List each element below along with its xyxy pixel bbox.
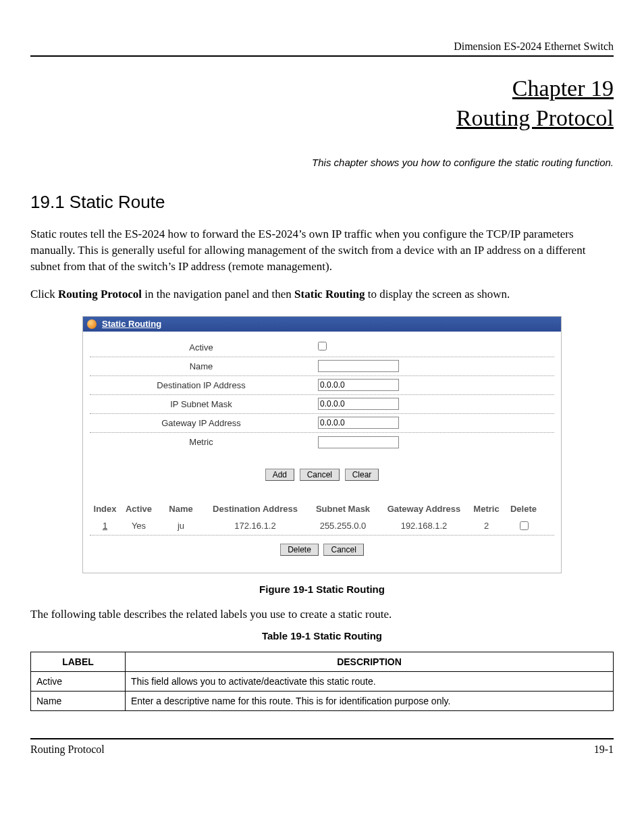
label-gateway-ip: Gateway IP Address <box>90 418 313 428</box>
label-subnet-mask: IP Subnet Mask <box>90 399 313 409</box>
footer-left: Routing Protocol <box>30 744 105 756</box>
static-routing-panel: Static Routing Active Name Destination I… <box>82 316 562 573</box>
panel-header: Static Routing <box>83 317 561 332</box>
table-intro: The following table describes the relate… <box>30 606 614 623</box>
table-caption: Table 19-1 Static Routing <box>30 630 614 642</box>
chapter-subtitle: This chapter shows you how to configure … <box>30 157 614 168</box>
col-header-index: Index <box>90 504 120 514</box>
col-header-mask: Subnet Mask <box>306 504 380 514</box>
name-input[interactable] <box>318 360 399 372</box>
chapter-number: Chapter 19 <box>512 76 614 101</box>
col-header-delete: Delete <box>505 504 542 514</box>
row-metric: 2 <box>468 521 505 531</box>
desc-table-row: Active This field allows you to activate… <box>31 672 614 692</box>
chapter-name: Routing Protocol <box>456 105 614 130</box>
label-active: Active <box>90 342 313 353</box>
col-header-metric: Metric <box>468 504 505 514</box>
cancel-button[interactable]: Cancel <box>300 469 340 481</box>
row-gateway: 192.168.1.2 <box>380 521 468 531</box>
chapter-title: Chapter 19 Routing Protocol <box>30 74 614 133</box>
clear-button[interactable]: Clear <box>345 469 379 481</box>
metric-input[interactable] <box>318 436 399 448</box>
row-name: ju <box>157 521 205 531</box>
desc-cell-desc: This field allows you to activate/deacti… <box>126 672 614 692</box>
gateway-ip-input[interactable] <box>318 417 399 429</box>
desc-cell-desc: Enter a descriptive name for this route.… <box>126 692 614 711</box>
col-header-active: Active <box>120 504 157 514</box>
row-index-link[interactable]: 1 <box>103 521 107 531</box>
paragraph-2: Click Routing Protocol in the navigation… <box>30 286 614 303</box>
desc-cell-label: Name <box>31 692 126 711</box>
label-name: Name <box>90 361 313 371</box>
doc-header-product: Dimension ES-2024 Ethernet Switch <box>30 41 614 57</box>
dest-ip-input[interactable] <box>318 379 399 391</box>
route-list-header: Index Active Name Destination Address Su… <box>90 501 554 517</box>
desc-cell-label: Active <box>31 672 126 692</box>
figure-caption: Figure 19-1 Static Routing <box>30 583 614 595</box>
section-heading: 19.1 Static Route <box>30 192 614 213</box>
route-list-row: 1 Yes ju 172.16.1.2 255.255.0.0 192.168.… <box>90 517 554 536</box>
panel-title: Static Routing <box>102 319 161 329</box>
subnet-mask-input[interactable] <box>318 398 399 410</box>
add-button[interactable]: Add <box>265 469 294 481</box>
desc-table-row: Name Enter a descriptive name for this r… <box>31 692 614 711</box>
row-dest: 172.16.1.2 <box>205 521 306 531</box>
col-header-dest: Destination Address <box>205 504 306 514</box>
row-mask: 255.255.0.0 <box>306 521 380 531</box>
label-dest-ip: Destination IP Address <box>90 380 313 390</box>
desc-table-head-label: LABEL <box>31 652 126 672</box>
col-header-name: Name <box>157 504 205 514</box>
footer-right: 19-1 <box>594 744 614 756</box>
active-checkbox[interactable] <box>318 342 327 350</box>
desc-table-head-desc: DESCRIPTION <box>126 652 614 672</box>
paragraph-1: Static routes tell the ES-2024 how to fo… <box>30 226 614 274</box>
label-metric: Metric <box>90 437 313 447</box>
row-delete-checkbox[interactable] <box>520 521 529 530</box>
delete-button[interactable]: Delete <box>280 544 319 556</box>
col-header-gateway: Gateway Address <box>380 504 468 514</box>
cancel-button-2[interactable]: Cancel <box>323 544 363 556</box>
header-dot-icon <box>87 319 97 329</box>
description-table: LABEL DESCRIPTION Active This field allo… <box>30 652 614 711</box>
row-active: Yes <box>120 521 157 531</box>
